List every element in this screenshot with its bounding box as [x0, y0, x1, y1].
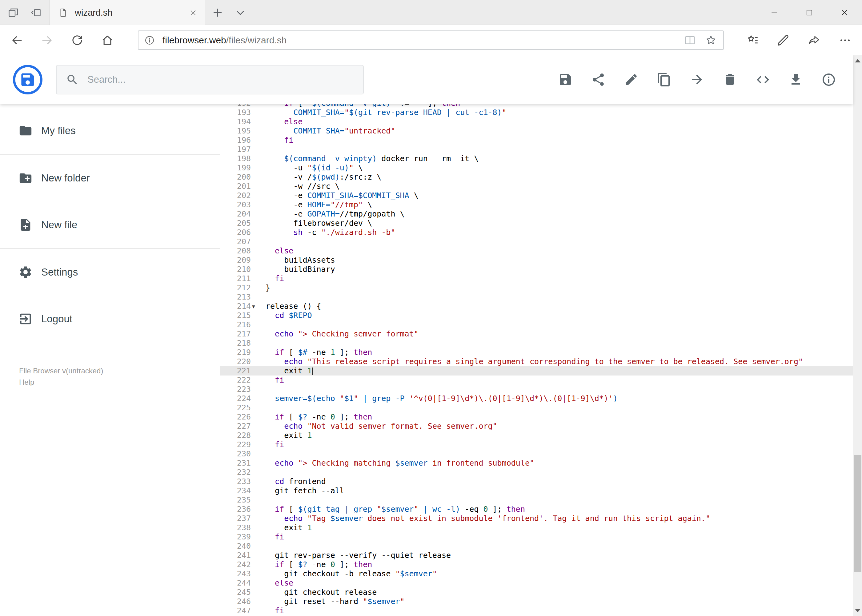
- code-line[interactable]: 238 exit 1: [220, 523, 853, 532]
- site-info-icon[interactable]: [144, 35, 155, 46]
- code-line[interactable]: 227 echo "Not valid semver format. See s…: [220, 422, 853, 431]
- new-tab-button[interactable]: [210, 5, 225, 20]
- code-line[interactable]: 234 git fetch --all: [220, 486, 853, 495]
- code-line[interactable]: 233 cd frontend: [220, 477, 853, 486]
- code-line[interactable]: 209 buildAssets: [220, 256, 853, 265]
- code-line[interactable]: 224 semver=$(echo "$1" | grep -P '^v(0|[…: [220, 394, 853, 403]
- filebrowser-logo[interactable]: [12, 64, 43, 95]
- code-line[interactable]: 244 else: [220, 578, 853, 588]
- code-line[interactable]: 223: [220, 385, 853, 394]
- search-input[interactable]: [87, 74, 354, 85]
- save-button[interactable]: [558, 72, 573, 87]
- code-line[interactable]: 243 git checkout -b release "$semver": [220, 569, 853, 578]
- close-window-button[interactable]: [827, 0, 862, 25]
- code-line[interactable]: 221 exit 1: [220, 366, 853, 376]
- code-line[interactable]: 208 else: [220, 246, 853, 256]
- scroll-up-button[interactable]: [853, 55, 862, 66]
- tab-close-icon[interactable]: [189, 9, 197, 17]
- search-box[interactable]: [56, 65, 364, 94]
- code-line[interactable]: 198 $(command -v winpty) docker run --rm…: [220, 154, 853, 163]
- code-line[interactable]: 242 if [ $? -ne 0 ]; then: [220, 560, 853, 569]
- tab-list-button[interactable]: [233, 5, 248, 20]
- scroll-thumb[interactable]: [854, 455, 861, 572]
- code-line[interactable]: 207: [220, 237, 853, 246]
- code-line[interactable]: 228 exit 1: [220, 431, 853, 440]
- scroll-down-button[interactable]: [853, 605, 862, 616]
- sidebar-item-logout[interactable]: Logout: [0, 295, 220, 342]
- annotate-button[interactable]: [775, 32, 792, 49]
- code-line[interactable]: 222 fi: [220, 376, 853, 385]
- browser-tab[interactable]: wizard.sh: [50, 0, 205, 25]
- back-button[interactable]: [8, 31, 26, 49]
- code-line[interactable]: 237 echo "Tag $semver does not exist in …: [220, 514, 853, 523]
- copy-button[interactable]: [657, 72, 671, 87]
- code-line[interactable]: 235: [220, 495, 853, 504]
- code-line[interactable]: 195 COMMIT_SHA="untracked": [220, 126, 853, 136]
- download-button[interactable]: [788, 72, 803, 87]
- code-line[interactable]: 231 echo "> Checking matching $semver in…: [220, 459, 853, 468]
- code-line[interactable]: 216: [220, 320, 853, 329]
- code-line[interactable]: 226 if [ $? -ne 0 ]; then: [220, 412, 853, 422]
- favorites-hub-button[interactable]: [744, 32, 761, 49]
- forward-button[interactable]: [38, 31, 56, 49]
- move-button[interactable]: [690, 72, 704, 87]
- sidebar-item-new-folder[interactable]: New folder: [0, 155, 220, 201]
- code-line[interactable]: 211 fi: [220, 274, 853, 283]
- code-line[interactable]: 199 -u "$(id -u)" \: [220, 163, 853, 173]
- code-line[interactable]: 217 echo "> Checking semver format": [220, 329, 853, 339]
- code-line[interactable]: 204 -e GOPATH=//tmp/gopath \: [220, 209, 853, 218]
- code-line[interactable]: 245 git checkout release: [220, 588, 853, 597]
- rename-button[interactable]: [624, 72, 638, 87]
- code-line[interactable]: 197: [220, 145, 853, 154]
- code-line[interactable]: 225: [220, 403, 853, 412]
- code-line[interactable]: 247 fi: [220, 606, 853, 615]
- code-line[interactable]: 200 -v /$(pwd):/src:z \: [220, 173, 853, 182]
- code-line[interactable]: 213: [220, 292, 853, 302]
- code-line[interactable]: 196 fi: [220, 136, 853, 145]
- code-line[interactable]: 229 fi: [220, 440, 853, 449]
- home-button[interactable]: [98, 31, 116, 49]
- code-line[interactable]: 193 COMMIT_SHA="$(git rev-parse HEAD | c…: [220, 108, 853, 117]
- maximize-button[interactable]: [792, 0, 827, 25]
- set-tabs-aside-button[interactable]: [29, 6, 43, 20]
- code-line[interactable]: 214▾release () {: [220, 302, 853, 311]
- code-line[interactable]: 194 else: [220, 117, 853, 126]
- code-line[interactable]: 203 -e HOME="//tmp" \: [220, 200, 853, 209]
- code-line[interactable]: 201 -w //src \: [220, 182, 853, 191]
- code-line[interactable]: 206 sh -c "./wizard.sh -b": [220, 228, 853, 237]
- code-line[interactable]: 202 -e COMMIT_SHA=$COMMIT_SHA \: [220, 191, 853, 200]
- delete-button[interactable]: [723, 72, 738, 87]
- code-line[interactable]: 246 git reset --hard "$semver": [220, 597, 853, 606]
- code-editor[interactable]: 192 if [ "$(command -v git)" != "" ]; th…: [220, 104, 853, 616]
- code-line[interactable]: 239 fi: [220, 532, 853, 542]
- info-button[interactable]: [821, 72, 836, 87]
- code-line[interactable]: 241 git rev-parse --verify --quiet relea…: [220, 551, 853, 560]
- code-line[interactable]: 212}: [220, 283, 853, 292]
- page-scrollbar[interactable]: [853, 55, 862, 616]
- code-line[interactable]: 210 buildBinary: [220, 265, 853, 274]
- code-line[interactable]: 240: [220, 542, 853, 551]
- sidebar-item-settings[interactable]: Settings: [0, 249, 220, 295]
- fold-marker-icon[interactable]: ▾: [252, 302, 255, 311]
- code-line[interactable]: 220 echo "This release script requires a…: [220, 357, 853, 366]
- code-line[interactable]: 192 if [ "$(command -v git)" != "" ]; th…: [220, 104, 853, 108]
- share-file-button[interactable]: [591, 72, 606, 87]
- tab-preview-button[interactable]: [6, 6, 20, 20]
- code-line[interactable]: 218: [220, 339, 853, 348]
- code-line[interactable]: 236 if [ $(git tag | grep "$semver" | wc…: [220, 504, 853, 514]
- reading-view-icon[interactable]: [684, 34, 696, 46]
- minimize-button[interactable]: [757, 0, 792, 25]
- source-code-button[interactable]: [755, 72, 770, 87]
- code-line[interactable]: 232: [220, 468, 853, 477]
- address-bar[interactable]: filebrowser.web/files/wizard.sh: [138, 30, 724, 50]
- code-line[interactable]: 230: [220, 449, 853, 459]
- more-options-button[interactable]: [837, 32, 854, 49]
- refresh-button[interactable]: [68, 31, 86, 49]
- favorite-star-icon[interactable]: [705, 34, 717, 46]
- sidebar-item-new-file[interactable]: New file: [0, 201, 220, 248]
- share-page-button[interactable]: [806, 32, 823, 49]
- sidebar-item-my-files[interactable]: My files: [0, 107, 220, 154]
- code-line[interactable]: 219 if [ $# -ne 1 ]; then: [220, 348, 853, 357]
- code-line[interactable]: 215 cd $REPO: [220, 311, 853, 320]
- help-link[interactable]: Help: [19, 376, 103, 388]
